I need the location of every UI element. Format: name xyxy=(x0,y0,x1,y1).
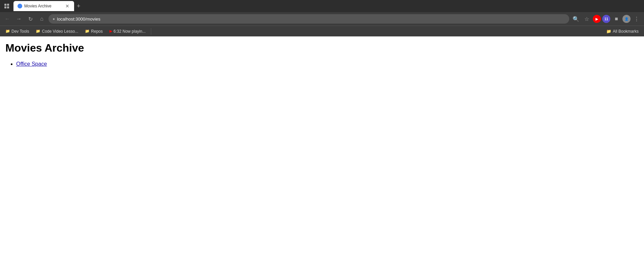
youtube-extension-icon[interactable]: ▶ xyxy=(593,15,601,23)
bookmark-dev-tools[interactable]: 📁 Dev Tools xyxy=(3,27,32,35)
search-button[interactable]: 🔍 xyxy=(571,14,581,24)
lock-icon: ● xyxy=(53,17,55,21)
reload-icon: ↻ xyxy=(28,16,33,22)
star-icon: ☆ xyxy=(584,16,589,22)
bookmark-yt-playing[interactable]: ▶ 6:32 Now playin... xyxy=(107,27,148,35)
movies-list: Office Space xyxy=(5,61,639,67)
back-button[interactable]: ← xyxy=(3,14,12,24)
reload-button[interactable]: ↻ xyxy=(26,14,35,24)
profile-avatar[interactable]: 👤 xyxy=(622,15,631,23)
page-title: Movies Archive xyxy=(5,42,639,54)
bookmarks-bar: 📁 Dev Tools 📁 Code Video Lesso... 📁 Repo… xyxy=(0,26,644,36)
extensions-button[interactable]: ■ xyxy=(612,14,621,24)
menu-button[interactable]: ⋮ xyxy=(632,14,641,24)
folder-icon: 📁 xyxy=(5,29,10,33)
puzzle-icon: ■ xyxy=(615,16,618,22)
bookmark-label: Repos xyxy=(91,29,103,34)
active-tab[interactable]: Movies Archive ✕ xyxy=(13,1,74,11)
tab-bar: Movies Archive ✕ + xyxy=(0,0,644,12)
forward-button[interactable]: → xyxy=(14,14,24,24)
folder-icon: 📁 xyxy=(36,29,40,33)
all-bookmarks-button[interactable]: 📁 All Bookmarks xyxy=(604,27,641,35)
bookmark-label: 6:32 Now playin... xyxy=(114,29,146,34)
bookmark-label: Code Video Lesso... xyxy=(42,29,78,34)
page-content: Movies Archive Office Space xyxy=(0,36,644,265)
browser-toolbar: ← → ↻ ⌂ ● 🔍 ☆ ▶ 11 xyxy=(0,12,644,26)
ellipsis-icon: ⋮ xyxy=(634,16,639,22)
youtube-icon: ▶ xyxy=(109,29,112,33)
folder-icon: 📁 xyxy=(85,29,90,33)
search-icon: 🔍 xyxy=(573,16,579,22)
apps-icon[interactable] xyxy=(3,2,11,10)
browser-chrome: Movies Archive ✕ + ← → ↻ ⌂ ● 🔍 ☆ xyxy=(0,0,644,36)
back-icon: ← xyxy=(5,16,10,22)
address-bar[interactable]: ● xyxy=(49,14,569,24)
bookmark-code-video[interactable]: 📁 Code Video Lesso... xyxy=(33,27,81,35)
home-icon: ⌂ xyxy=(40,16,43,22)
toolbar-right: 🔍 ☆ ▶ 11 ■ 👤 ⋮ xyxy=(571,14,641,24)
bookmark-label: Dev Tools xyxy=(11,29,29,34)
bookmarks-separator xyxy=(151,28,151,35)
extension-badge-icon[interactable]: 11 xyxy=(602,15,610,23)
list-item: Office Space xyxy=(16,61,639,67)
bookmark-star-button[interactable]: ☆ xyxy=(582,14,591,24)
tab-close-button[interactable]: ✕ xyxy=(65,3,70,9)
tab-title: Movies Archive xyxy=(24,4,63,8)
forward-icon: → xyxy=(16,16,22,22)
all-bookmarks-label: All Bookmarks xyxy=(613,29,639,34)
movie-link-office-space[interactable]: Office Space xyxy=(16,61,47,67)
url-input[interactable] xyxy=(57,17,565,22)
new-tab-button[interactable]: + xyxy=(74,3,83,10)
tab-favicon xyxy=(18,4,22,8)
bookmark-repos[interactable]: 📁 Repos xyxy=(82,27,105,35)
home-button[interactable]: ⌂ xyxy=(37,14,46,24)
folder-icon: 📁 xyxy=(606,29,611,34)
